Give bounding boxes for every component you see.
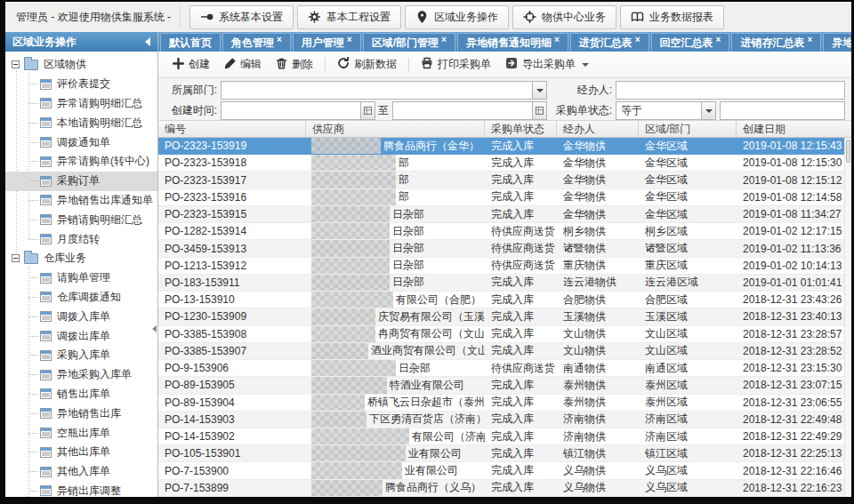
tab-close-icon[interactable]: × — [347, 35, 352, 44]
tree-item[interactable]: 采购入库单 — [5, 346, 157, 365]
table-row[interactable]: PO-2323-153919 腾食品商行（金华） 完成入库 金华物供 金华区域 … — [158, 138, 851, 155]
tree-item[interactable]: 异地销售出库 — [5, 404, 157, 423]
agent-input[interactable] — [616, 81, 845, 100]
tab[interactable]: 回空汇总表 × — [651, 33, 730, 52]
edit-button[interactable]: 编辑 — [217, 53, 269, 76]
table-row[interactable]: PO-2323-153915 日杂部 完成入库 金华物供 金华区域 2019-0… — [158, 206, 851, 223]
table-row[interactable]: PO-14-153903 下区勇清百货店（济南） 完成入库 济南物供 济南区域 … — [158, 412, 851, 428]
tree-item[interactable]: 仓库调拨通知 — [5, 288, 157, 308]
table-row[interactable]: PO-183-153911 日杂部 完成入库 连云港物供 连云港区域 2019-… — [158, 275, 851, 292]
tree-item[interactable]: 其他出库单 — [5, 443, 157, 462]
calendar-icon[interactable] — [532, 102, 546, 119]
table-row[interactable]: PO-7-153899 腾食品商行（义乌） 完成入库 义乌物供 义乌区域 201… — [158, 480, 851, 497]
vertical-scrollbar[interactable] — [844, 138, 851, 497]
column-header-agent[interactable]: 经办人 — [557, 121, 639, 137]
department-select[interactable] — [221, 81, 547, 100]
tree-item[interactable]: 调拨入库单 — [5, 307, 157, 326]
column-header-region[interactable]: 区域/部门 — [639, 121, 737, 137]
menu-data-reports-button[interactable]: 业务数据报表 — [620, 5, 724, 29]
tree-item[interactable]: 评价表提交 — [5, 75, 157, 94]
tab[interactable]: 默认首页 × — [160, 33, 221, 52]
cell-region: 金华区域 — [639, 155, 737, 171]
tree-item[interactable]: 空瓶出库单 — [5, 423, 157, 443]
table-row[interactable]: PO-2323-153916 部 完成入库 金华物供 金华区域 2019-01-… — [158, 189, 851, 206]
menu-system-settings-button[interactable]: 系统基本设置 — [189, 5, 294, 29]
table-row[interactable]: PO-1213-153912 日杂部 待供应商送货 重庆物供 重庆区域 2019… — [158, 258, 851, 275]
tab[interactable]: 区域/部门管理 × — [363, 33, 455, 52]
scrollbar-thumb[interactable] — [846, 140, 850, 163]
table-row[interactable]: PO-3385-153908 冉商贸有限公司（文山） 完成入库 文山物供 文山区… — [158, 326, 851, 343]
cell-agent: 金华物供 — [557, 155, 639, 171]
refresh-button[interactable]: 刷新数据 — [330, 53, 404, 76]
tree-item[interactable]: 异地采购入库单 — [5, 365, 157, 385]
table-row[interactable]: PO-9-153906 日杂部 待供应商送货 南通物供 南通区域 2018-12… — [158, 360, 851, 377]
menu-supply-center-button[interactable]: 物供中心业务 — [512, 5, 616, 29]
menu-engineering-settings-button[interactable]: 基本工程设置 — [297, 5, 401, 29]
tab[interactable]: 进销存汇总表 × — [731, 33, 821, 52]
tree-item[interactable]: 区域物供 — [5, 55, 157, 75]
sidebar-collapse-icon[interactable] — [145, 37, 150, 46]
table-row[interactable]: PO-14-153902 有限公司（济南） 完成入库 济南物供 济南区域 201… — [158, 428, 851, 445]
tree-item[interactable]: 异销出库调整 — [5, 482, 157, 497]
table-row[interactable]: PO-3385-153907 酒业商贸有限公司（文山） 完成入库 文山物供 文山… — [158, 343, 851, 360]
tree-collapse-icon[interactable] — [12, 60, 20, 68]
delete-button[interactable]: 删除 — [269, 53, 320, 76]
tree-item[interactable]: 月度结转 — [5, 229, 157, 249]
tree-item[interactable]: 销售出库单 — [5, 385, 157, 404]
tab-close-icon[interactable]: × — [441, 35, 447, 44]
tab-label: 回空汇总表 — [660, 36, 713, 51]
table-row[interactable]: PO-89-153905 特酒业有限公司 完成入库 泰州物供 泰州区域 2018… — [158, 377, 851, 394]
create-button[interactable]: 创建 — [165, 53, 217, 76]
column-header-po[interactable]: 编号 — [158, 121, 306, 137]
column-header-supplier[interactable]: 供应商 — [306, 121, 485, 137]
tree-item[interactable]: 调拨通知单 — [5, 132, 157, 152]
tree-item[interactable]: 异地销售出库通知单 — [5, 191, 157, 211]
tab-close-icon[interactable]: × — [554, 35, 560, 44]
export-purchase-order-button[interactable]: 导出采购单 — [498, 53, 596, 76]
tree-item[interactable]: 其他入库单 — [5, 462, 157, 482]
tree-item[interactable]: 仓库业务 — [5, 249, 157, 268]
tree-item[interactable]: 采购订单 — [5, 172, 157, 191]
tree-item[interactable]: 异常请购明细汇总 — [5, 94, 157, 114]
table-row[interactable]: PO-2323-153917 部 完成入库 金华物供 金华区域 2019-01-… — [158, 172, 851, 188]
tab[interactable]: 角色管理 × — [222, 33, 291, 52]
table-row[interactable]: PO-1282-153914 日杂部 待供应商送货 桐乡物供 桐乡区域 2019… — [158, 223, 851, 240]
tab[interactable]: 异地销售通知明细 × — [457, 33, 568, 52]
splitter-collapse-icon[interactable] — [152, 325, 157, 332]
tree-item[interactable]: 异常请购单(转中心) — [5, 152, 157, 172]
print-purchase-order-button[interactable]: 打印采购单 — [414, 53, 498, 76]
tree-item[interactable]: 请购单管理 — [5, 268, 157, 288]
tab-close-icon[interactable]: × — [277, 35, 282, 44]
calendar-icon[interactable] — [360, 102, 375, 119]
table-row[interactable]: PO-3459-153913 日杂部 待供应商送货 诸暨物供 诸暨区域 2019… — [158, 240, 851, 257]
censored-supplier-blur — [311, 155, 396, 171]
tree-collapse-icon[interactable] — [12, 254, 20, 262]
tree-item[interactable]: 调拨出库单 — [5, 326, 157, 346]
folder-icon — [24, 253, 38, 264]
menu-regional-operations-button[interactable]: 区域业务操作 — [405, 5, 509, 29]
tab-close-icon[interactable]: × — [635, 35, 640, 44]
gear-icon — [308, 11, 321, 23]
date-to-input[interactable] — [392, 101, 547, 120]
column-header-date[interactable]: 创建日期 — [737, 121, 851, 137]
table-row[interactable]: PO-13-153910 有限公司（合肥） 完成入库 合肥物供 合肥区域 201… — [158, 292, 851, 308]
table-row[interactable]: PO-89-153904 桥镇飞云日杂超市（泰州） 完成入库 泰州物供 泰州区域… — [158, 395, 851, 412]
table-row[interactable]: PO-1230-153909 庆贸易有限公司（玉溪） 完成入库 玉溪物供 玉溪区… — [158, 308, 851, 325]
tree-item[interactable]: 异销请购明细汇总 — [5, 210, 157, 229]
status-operator-select[interactable]: 等于 — [616, 101, 716, 120]
dropdown-arrow-icon[interactable] — [701, 102, 715, 119]
table-row[interactable]: PO-7-153900 业有限公司 完成入库 义乌物供 义乌区域 2018-12… — [158, 462, 851, 479]
tab[interactable]: 异地销售调整明细 × — [823, 33, 851, 52]
column-header-status[interactable]: 采购单状态 — [485, 121, 557, 137]
tab[interactable]: 进货汇总表 × — [570, 33, 649, 52]
tab[interactable]: 用户管理 × — [293, 33, 361, 52]
dropdown-arrow-icon[interactable] — [532, 82, 546, 99]
tree-item[interactable]: 本地请购明细汇总 — [5, 113, 157, 132]
status-value-input[interactable] — [720, 101, 845, 120]
tab-close-icon[interactable]: × — [807, 35, 812, 44]
cell-po-number: PO-2323-153917 — [158, 172, 306, 188]
table-row[interactable]: PO-105-153901 业有限公司 完成入库 镇江物供 镇江区域 2018-… — [158, 445, 851, 462]
table-row[interactable]: PO-2323-153918 部 完成入库 金华物供 金华区域 2019-01-… — [158, 155, 851, 172]
date-from-input[interactable] — [221, 101, 375, 120]
tab-close-icon[interactable]: × — [716, 35, 721, 44]
